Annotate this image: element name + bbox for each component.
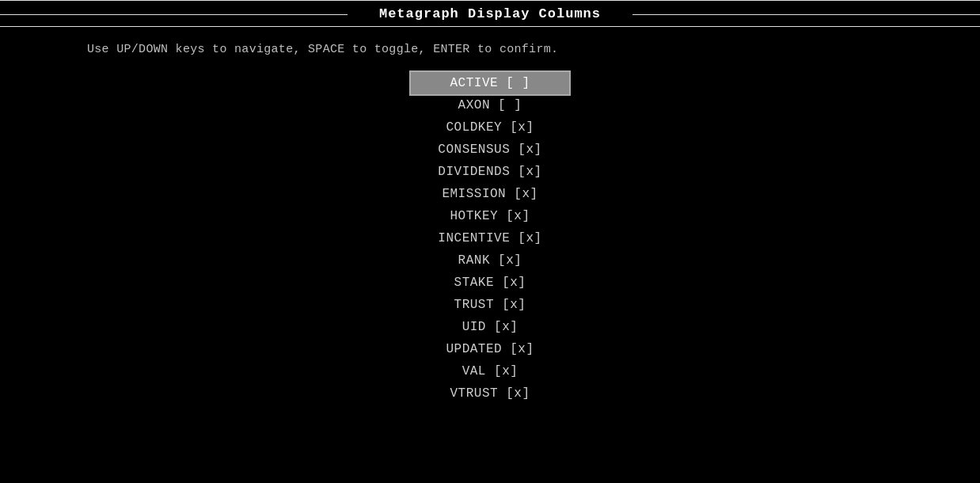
menu-item-coldkey[interactable]: COLDKEY [x] bbox=[411, 116, 569, 139]
menu-item-stake[interactable]: STAKE [x] bbox=[411, 272, 569, 294]
title-bar: Metagraph Display Columns bbox=[0, 0, 980, 27]
menu-item-axon[interactable]: AXON [ ] bbox=[411, 94, 569, 116]
menu-item-incentive[interactable]: INCENTIVE [x] bbox=[411, 227, 569, 249]
menu-item-val[interactable]: VAL [x] bbox=[411, 360, 569, 382]
menu-item-uid[interactable]: UID [x] bbox=[411, 316, 569, 338]
menu-item-updated[interactable]: UPDATED [x] bbox=[411, 338, 569, 360]
menu-item-active[interactable]: ACTIVE [ ] bbox=[411, 72, 569, 94]
menu-item-trust[interactable]: TRUST [x] bbox=[411, 294, 569, 316]
instructions: Use UP/DOWN keys to navigate, SPACE to t… bbox=[0, 27, 980, 72]
menu-item-vtrust[interactable]: VTRUST [x] bbox=[411, 382, 569, 405]
menu-item-dividends[interactable]: DIVIDENDS [x] bbox=[411, 161, 569, 183]
menu-item-consensus[interactable]: CONSENSUS [x] bbox=[411, 139, 569, 161]
menu-container: ACTIVE [ ]AXON [ ]COLDKEY [x]CONSENSUS [… bbox=[0, 72, 980, 405]
title-text: Metagraph Display Columns bbox=[376, 6, 604, 21]
menu-item-rank[interactable]: RANK [x] bbox=[411, 249, 569, 272]
menu-item-emission[interactable]: EMISSION [x] bbox=[411, 183, 569, 205]
menu-item-hotkey[interactable]: HOTKEY [x] bbox=[411, 205, 569, 227]
